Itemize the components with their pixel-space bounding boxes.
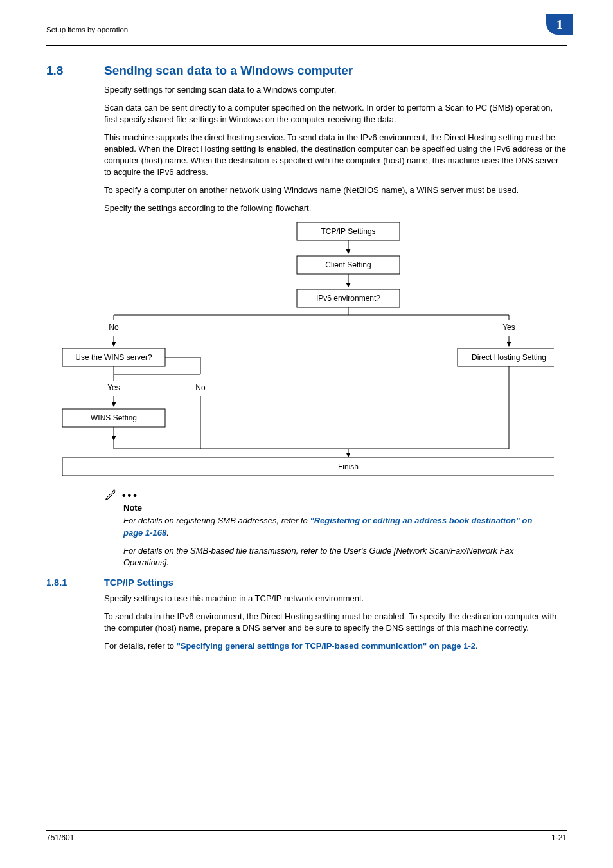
section-number: 1.8 bbox=[46, 64, 104, 78]
running-header: Setup items by operation bbox=[46, 26, 128, 33]
note-paragraph: For details on registering SMB addresses… bbox=[123, 515, 551, 538]
body-paragraph: Specify settings to use this machine in … bbox=[104, 593, 567, 604]
note-text-post: . bbox=[166, 528, 169, 538]
body-paragraph: Specify the settings according to the fo… bbox=[104, 203, 567, 214]
flowchart-node-tcpip: TCP/IP Settings bbox=[321, 228, 375, 237]
xref-link-tcpip[interactable]: "Specifying general settings for TCP/IP-… bbox=[177, 641, 475, 651]
footer-left: 751/601 bbox=[46, 833, 74, 842]
subsection-title: TCP/IP Settings bbox=[104, 577, 173, 588]
flowchart-node-wins-setting: WINS Setting bbox=[91, 414, 137, 423]
flowchart-decision-wins: Use the WINS server? bbox=[75, 354, 152, 363]
note-icon bbox=[104, 487, 118, 502]
body-paragraph: To send data in the IPv6 environment, th… bbox=[104, 611, 567, 634]
flowchart-label-no2: No bbox=[195, 384, 206, 393]
section-heading-1.8: 1.8 Sending scan data to a Windows compu… bbox=[46, 64, 567, 78]
flowchart: TCP/IP Settings Client Setting IPv6 envi… bbox=[46, 220, 567, 478]
body-paragraph: This machine supports the direct hosting… bbox=[104, 132, 567, 178]
body-text-post: . bbox=[475, 641, 478, 651]
body-text-pre: For details, refer to bbox=[104, 641, 177, 651]
chapter-badge: 1 bbox=[546, 14, 573, 35]
note-text-pre: For details on registering SMB addresses… bbox=[123, 516, 310, 525]
body-paragraph: For details, refer to "Specifying genera… bbox=[104, 640, 567, 652]
section-title: Sending scan data to a Windows computer bbox=[104, 64, 353, 78]
flowchart-decision-ipv6: IPv6 environment? bbox=[316, 294, 380, 303]
flowchart-node-finish: Finish bbox=[338, 463, 359, 472]
body-paragraph: Scan data can be sent directly to a comp… bbox=[104, 102, 567, 125]
flowchart-label-yes: Yes bbox=[502, 323, 515, 332]
body-paragraph: To specify a computer on another network… bbox=[104, 185, 567, 196]
subsection-number: 1.8.1 bbox=[46, 577, 104, 588]
svg-rect-26 bbox=[62, 458, 554, 476]
footer-right: 1-21 bbox=[551, 833, 567, 842]
flowchart-node-client: Client Setting bbox=[325, 261, 371, 270]
section-heading-1.8.1: 1.8.1 TCP/IP Settings bbox=[46, 577, 567, 588]
note-label: Note bbox=[123, 503, 567, 512]
note-paragraph: For details on the SMB-based file transm… bbox=[123, 545, 551, 568]
body-paragraph: Specify settings for sending scan data t… bbox=[104, 84, 567, 96]
flowchart-label-yes2: Yes bbox=[107, 384, 120, 393]
flowchart-label-no: No bbox=[109, 323, 119, 332]
note-dots: ••• bbox=[122, 490, 139, 502]
flowchart-node-direct: Direct Hosting Setting bbox=[472, 354, 546, 363]
